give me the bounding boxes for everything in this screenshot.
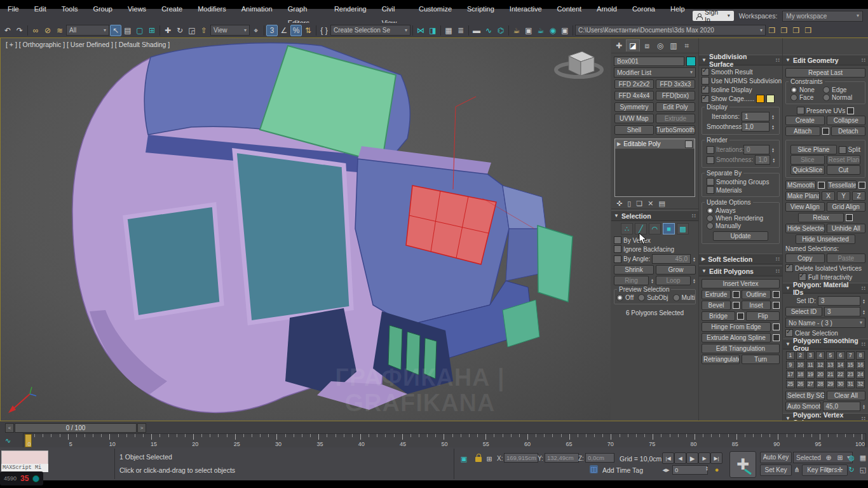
rollout-edit-polygons[interactable]: ▼Edit Polygons∷: [699, 266, 782, 276]
grid-align-button[interactable]: Grid Align: [827, 202, 866, 212]
zoom-icon[interactable]: ⊕: [824, 452, 834, 463]
update-when-rendering-radio[interactable]: [707, 215, 714, 222]
rollout-selection[interactable]: ▼Selection∷: [611, 210, 698, 221]
material-editor-icon[interactable]: ◉: [547, 25, 559, 36]
spinner-icon[interactable]: ▲▼: [705, 466, 709, 471]
folder-options-icon[interactable]: ❒: [803, 25, 814, 36]
toggle-scene-explorer-icon[interactable]: ▦: [443, 25, 454, 36]
smoothing-group-button[interactable]: 27: [806, 380, 815, 388]
smoothing-group-button[interactable]: 18: [796, 370, 805, 379]
smoothing-group-button[interactable]: 1: [786, 351, 795, 360]
smoothing-group-button[interactable]: 19: [806, 370, 815, 379]
project-path-dropdown[interactable]: C:\Users\Константин\Documents\3ds Max 20…: [575, 25, 766, 36]
outline-button[interactable]: Outline: [742, 290, 771, 299]
curve-editor-icon[interactable]: ∿: [483, 25, 494, 36]
new-folder-icon[interactable]: ❒: [790, 25, 802, 36]
show-end-result-icon[interactable]: ▯: [627, 200, 631, 208]
preview-off-radio[interactable]: [616, 294, 623, 301]
slice-button[interactable]: Slice: [790, 155, 825, 165]
rendered-frame-window-icon[interactable]: ▣: [523, 25, 534, 36]
modifier-preset-button[interactable]: FFD 3x3x3: [656, 79, 695, 89]
rollout-subdivision-surface[interactable]: ▼Subdivision Surface∷: [699, 55, 782, 65]
spinner-icon[interactable]: ▲▼: [771, 114, 775, 119]
bevel-settings-icon[interactable]: [733, 302, 740, 309]
create-button[interactable]: Create: [785, 116, 825, 125]
x-coordinate-field[interactable]: 169,915cm: [504, 453, 538, 463]
extrude-along-spline-settings-icon[interactable]: [773, 334, 780, 341]
smoothing-group-button[interactable]: 23: [846, 370, 855, 379]
update-button[interactable]: Update: [713, 231, 768, 241]
rectangular-selection-region-icon[interactable]: ▢: [134, 25, 146, 36]
clear-all-button[interactable]: Clear All: [827, 391, 866, 400]
smoothing-group-button[interactable]: 28: [816, 380, 825, 388]
flip-button[interactable]: Flip: [746, 311, 780, 321]
viewcube[interactable]: [556, 51, 602, 77]
smoothing-group-button[interactable]: 6: [836, 351, 845, 360]
spinner-icon[interactable]: ▲▼: [771, 147, 775, 152]
set-keys-large-button[interactable]: ✚: [729, 451, 756, 478]
smoothing-group-button[interactable]: 21: [826, 370, 835, 379]
zoom-all-icon[interactable]: ⊞: [835, 452, 845, 463]
orbit-icon[interactable]: ↻: [846, 464, 857, 475]
ignore-backfacing-checkbox[interactable]: [614, 245, 621, 253]
by-angle-checkbox[interactable]: [614, 255, 621, 263]
attach-button[interactable]: Attach: [785, 126, 820, 136]
modifier-list-dropdown[interactable]: Modifier List ▾: [614, 67, 696, 78]
planar-y-button[interactable]: Y: [837, 191, 850, 201]
inset-button[interactable]: Inset: [742, 301, 771, 310]
update-manually-radio[interactable]: [707, 222, 714, 229]
subobject-border-icon[interactable]: ◠: [649, 223, 661, 234]
use-nurms-checkbox[interactable]: [702, 77, 709, 85]
open-folder-icon[interactable]: ❒: [778, 25, 790, 36]
relax-settings-icon[interactable]: [846, 214, 853, 221]
smoothing-group-button[interactable]: 29: [826, 380, 835, 388]
render-iterations-field[interactable]: 0: [743, 145, 770, 154]
select-and-link-icon[interactable]: ∞: [30, 25, 41, 36]
workspace-dropdown[interactable]: My workspace ▾: [782, 11, 863, 22]
add-time-tag-icon[interactable]: ◫: [590, 465, 598, 473]
modifier-preset-button[interactable]: FFD 4x4x4: [614, 91, 654, 100]
select-by-sg-button[interactable]: Select By SG: [785, 391, 825, 400]
msmooth-settings-icon[interactable]: [818, 182, 825, 189]
play-button[interactable]: ▶: [686, 452, 698, 464]
align-icon[interactable]: ◨: [427, 25, 438, 36]
tab-modify-icon[interactable]: ◪: [626, 39, 640, 51]
tab-hierarchy-icon[interactable]: ⧈: [641, 40, 653, 51]
prev-frame-arrow[interactable]: <: [5, 423, 14, 433]
absolute-offset-toggle-icon[interactable]: ⊞: [484, 454, 494, 464]
configure-modifier-sets-icon[interactable]: ▤: [658, 200, 665, 208]
named-selection-set-dropdown[interactable]: Create Selection Se ▾: [330, 25, 410, 36]
frame-indicator-field[interactable]: 0 / 100: [15, 423, 137, 433]
schematic-view-icon[interactable]: ⌬: [495, 25, 506, 36]
select-and-move-icon[interactable]: ✚: [162, 25, 173, 36]
view-align-button[interactable]: View Align: [785, 202, 825, 212]
viewport-label[interactable]: [ + ] [ Orthographic ] [ User Defined ] …: [6, 41, 170, 48]
toggle-ribbon-icon[interactable]: ▬: [471, 25, 482, 36]
smoothing-group-button[interactable]: 17: [786, 370, 795, 379]
pan-icon[interactable]: ✛: [835, 464, 845, 475]
spinner-icon[interactable]: ▲▼: [771, 125, 775, 130]
hide-selected-button[interactable]: Hide Selected: [785, 224, 825, 233]
unlink-selection-icon[interactable]: ⊘: [42, 25, 53, 36]
modifier-preset-button[interactable]: Shell: [614, 125, 654, 135]
next-frame-button[interactable]: ▶: [698, 452, 710, 464]
set-key-button[interactable]: Set Key: [760, 464, 792, 476]
modifier-preset-button[interactable]: FFD(box): [656, 91, 695, 100]
relax-button[interactable]: Relax: [798, 213, 844, 222]
remove-modifier-icon[interactable]: ✕: [648, 200, 653, 208]
by-angle-value[interactable]: 45,0: [652, 254, 691, 264]
window-crossing-icon[interactable]: ⊞: [146, 25, 158, 36]
selection-filter-dropdown[interactable]: All ▾: [66, 25, 109, 36]
make-planar-button[interactable]: Make Planar: [785, 191, 820, 201]
ring-button[interactable]: Ring: [614, 276, 649, 285]
show-cage-checkbox[interactable]: [702, 95, 709, 103]
make-unique-icon[interactable]: ❏: [636, 200, 642, 208]
set-id-field[interactable]: 3: [818, 296, 860, 306]
preview-multi-radio[interactable]: [673, 294, 680, 301]
pin-stack-icon[interactable]: ✜: [616, 200, 622, 208]
select-id-button[interactable]: Select ID: [785, 307, 822, 316]
select-and-rotate-icon[interactable]: ↻: [174, 25, 186, 36]
smoothing-group-button[interactable]: 31: [846, 380, 855, 388]
spinner-icon[interactable]: ▲▼: [651, 278, 654, 283]
smoothing-group-button[interactable]: 14: [836, 361, 845, 369]
